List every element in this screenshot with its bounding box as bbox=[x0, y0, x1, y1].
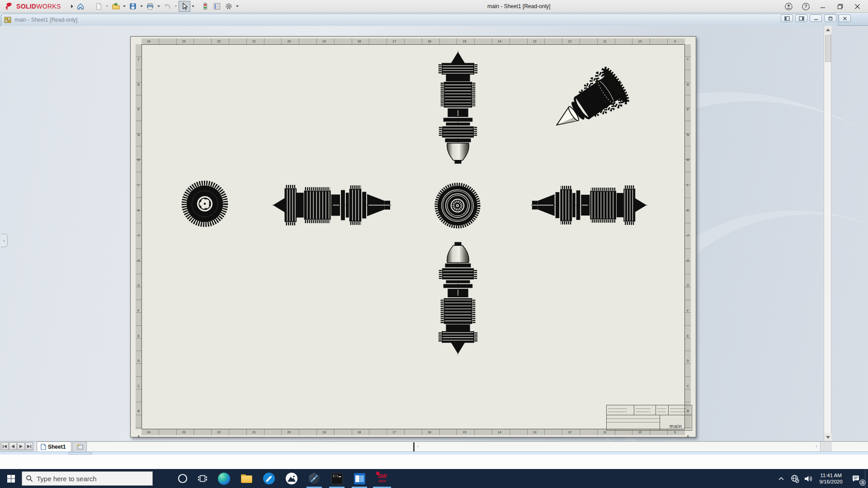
add-sheet-tab[interactable] bbox=[72, 441, 87, 451]
options-dropdown[interactable] bbox=[236, 5, 239, 7]
action-center-button[interactable]: 3 bbox=[847, 469, 865, 488]
undo-button[interactable] bbox=[161, 1, 173, 12]
scroll-left-button[interactable]: ‹ bbox=[417, 443, 419, 449]
clock-time: 11:41 AM bbox=[815, 472, 847, 479]
new-document-button[interactable] bbox=[93, 1, 104, 12]
next-sheet-button[interactable] bbox=[17, 442, 25, 450]
zone-number: 20 bbox=[286, 429, 292, 435]
title-block-fields bbox=[607, 415, 660, 430]
restore-button[interactable] bbox=[833, 0, 847, 12]
zone-number: 17 bbox=[392, 38, 397, 44]
sheet-page-icon bbox=[41, 444, 46, 450]
feature-panel-collapse-tab[interactable]: ‹ bbox=[1, 234, 8, 247]
zone-letter: C bbox=[136, 383, 142, 389]
pane-left-icon bbox=[784, 16, 790, 21]
print-button[interactable] bbox=[144, 1, 156, 12]
close-button[interactable] bbox=[850, 0, 864, 12]
prev-icon bbox=[11, 445, 14, 448]
doc-restore-button[interactable] bbox=[824, 14, 836, 22]
title-block-cell bbox=[607, 405, 634, 415]
task-view-button[interactable] bbox=[193, 469, 212, 488]
view-top[interactable] bbox=[433, 49, 483, 166]
view-side-right[interactable] bbox=[531, 179, 648, 231]
taskbar-command-prompt[interactable]: C:\ bbox=[326, 469, 348, 488]
home-icon bbox=[76, 2, 85, 10]
prev-sheet-button[interactable] bbox=[9, 442, 17, 450]
search-input[interactable] bbox=[37, 475, 136, 483]
document-tab[interactable]: main - Sheet1 [Read-only] bbox=[1, 14, 838, 26]
tab-sheet1[interactable]: Sheet1 bbox=[37, 441, 71, 451]
start-button[interactable] bbox=[0, 469, 22, 488]
taskbar-file-explorer[interactable] bbox=[235, 469, 258, 488]
minimize-button[interactable] bbox=[816, 0, 830, 12]
pane-splitter-handle[interactable] bbox=[413, 442, 415, 451]
network-status[interactable] bbox=[788, 469, 802, 488]
action-center-icon bbox=[852, 474, 860, 483]
zone-letter: E bbox=[136, 333, 142, 339]
cortana-button[interactable] bbox=[173, 469, 193, 488]
zone-letter: M bbox=[685, 157, 691, 163]
zone-letter: J bbox=[136, 232, 142, 238]
brand-flyout-arrow[interactable] bbox=[71, 5, 73, 8]
view-front-fan[interactable] bbox=[180, 178, 229, 229]
graphics-area[interactable]: ‹ 2423222120191817161514131211109 242322… bbox=[0, 26, 868, 441]
doc-close-button[interactable] bbox=[839, 14, 851, 22]
taskbar-hexagon-app[interactable] bbox=[303, 469, 326, 488]
zone-number: 18 bbox=[357, 429, 362, 435]
show-desktop-button[interactable] bbox=[865, 469, 868, 488]
first-sheet-button[interactable] bbox=[1, 442, 9, 450]
taskbar-search[interactable] bbox=[22, 471, 153, 486]
taskbar-admin-tools[interactable] bbox=[258, 469, 280, 488]
zone-number: 24 bbox=[146, 38, 151, 44]
last-sheet-button[interactable] bbox=[25, 442, 33, 450]
volume-control[interactable] bbox=[802, 469, 815, 488]
home-button[interactable] bbox=[75, 1, 86, 12]
edge-icon bbox=[218, 473, 230, 485]
last-icon bbox=[27, 445, 31, 448]
doc-restore-icon bbox=[828, 16, 833, 21]
sw-cube-mark bbox=[376, 471, 380, 475]
taskbar-photos[interactable] bbox=[280, 469, 303, 488]
properties-button[interactable] bbox=[211, 1, 223, 12]
horizontal-scrollbar[interactable]: ‹ › bbox=[87, 441, 868, 451]
open-dropdown[interactable] bbox=[123, 5, 126, 7]
taskbar-edge[interactable] bbox=[212, 469, 235, 488]
view-side-left[interactable] bbox=[272, 179, 392, 231]
close-icon bbox=[854, 4, 860, 9]
taskbar-media-app[interactable] bbox=[348, 469, 371, 488]
help-button[interactable]: ? bbox=[798, 0, 813, 12]
zone-number: 13 bbox=[532, 38, 538, 44]
view-rear[interactable] bbox=[434, 182, 481, 229]
taskbar-clock[interactable]: 11:41 AM 9/16/2020 bbox=[815, 472, 847, 485]
save-dropdown[interactable] bbox=[140, 5, 143, 7]
print-dropdown[interactable] bbox=[157, 5, 160, 7]
scroll-up-button[interactable] bbox=[824, 26, 832, 33]
account-button[interactable] bbox=[781, 0, 796, 12]
select-tool-button[interactable] bbox=[179, 1, 190, 12]
window-controls: ? bbox=[781, 0, 864, 13]
vertical-scroll-thumb[interactable] bbox=[825, 35, 831, 62]
zone-number: 19 bbox=[321, 429, 327, 435]
new-doc-dropdown[interactable] bbox=[106, 5, 108, 7]
system-tray: 11:41 AM 9/16/2020 3 bbox=[774, 469, 868, 488]
scroll-right-button[interactable]: › bbox=[816, 443, 817, 449]
pane-left-button[interactable] bbox=[781, 14, 793, 22]
window-title: main - Sheet1 [Read-only] bbox=[487, 3, 550, 9]
undo-dropdown[interactable] bbox=[175, 5, 177, 7]
zone-number: 18 bbox=[357, 38, 362, 44]
vertical-scrollbar[interactable] bbox=[824, 26, 831, 441]
title-block-cell bbox=[656, 405, 669, 415]
view-bottom[interactable] bbox=[433, 239, 483, 357]
tray-overflow-button[interactable] bbox=[774, 469, 788, 488]
save-button[interactable] bbox=[127, 1, 139, 12]
options-button[interactable] bbox=[223, 1, 235, 12]
pane-right-button[interactable] bbox=[795, 14, 807, 22]
doc-minimize-button[interactable] bbox=[810, 14, 822, 22]
view-isometric[interactable] bbox=[543, 64, 640, 141]
windows-taskbar: C:\ SW 2020 bbox=[0, 469, 868, 488]
scroll-down-button[interactable] bbox=[824, 433, 832, 441]
select-tool-dropdown[interactable] bbox=[192, 5, 194, 7]
design-checker-button[interactable] bbox=[199, 1, 211, 12]
open-button[interactable] bbox=[110, 1, 122, 12]
taskbar-solidworks[interactable]: SW 2020 bbox=[371, 469, 393, 488]
